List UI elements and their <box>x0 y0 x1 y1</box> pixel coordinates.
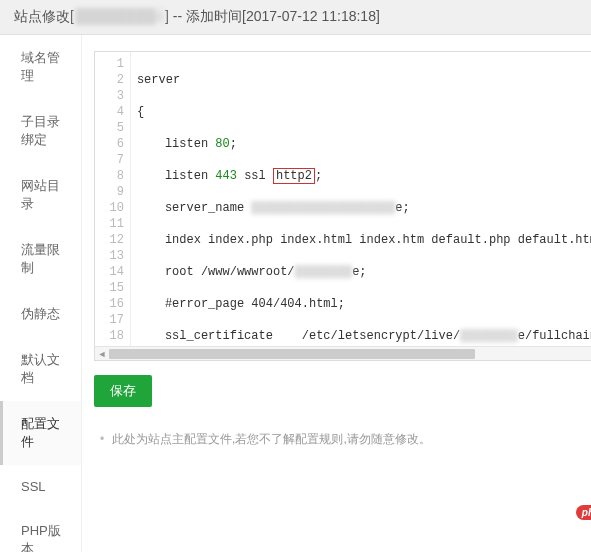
sidebar-item-domain[interactable]: 域名管理 <box>0 35 81 99</box>
sidebar-item-ssl[interactable]: SSL <box>0 465 81 508</box>
sidebar-item-subdir[interactable]: 子目录绑定 <box>0 99 81 163</box>
save-button[interactable]: 保存 <box>94 375 152 407</box>
scroll-track[interactable] <box>109 347 591 360</box>
header-prefix: 站点修改[ <box>14 8 74 24</box>
scroll-thumb[interactable] <box>109 349 475 359</box>
sidebar-item-webdir[interactable]: 网站目录 <box>0 163 81 227</box>
scroll-left-icon[interactable]: ◄ <box>95 347 109 361</box>
sidebar-item-php[interactable]: PHP版本 <box>0 508 81 552</box>
sidebar-item-config[interactable]: 配置文件 <box>0 401 81 465</box>
sidebar-item-default[interactable]: 默认文档 <box>0 337 81 401</box>
horizontal-scrollbar[interactable]: ◄ ► <box>95 346 591 360</box>
header-suffix: ] -- 添加时间[2017-07-12 11:18:18] <box>165 8 380 24</box>
content-panel: 123456789101112131415161718 server { lis… <box>82 35 591 552</box>
sidebar-item-rewrite[interactable]: 伪静态 <box>0 291 81 337</box>
dialog-header: 站点修改[████████e] -- 添加时间[2017-07-12 11:18… <box>0 0 591 35</box>
main-layout: 域名管理 子目录绑定 网站目录 流量限制 伪静态 默认文档 配置文件 SSL P… <box>0 35 591 552</box>
header-sitename: ████████e <box>74 8 165 24</box>
sidebar: 域名管理 子目录绑定 网站目录 流量限制 伪静态 默认文档 配置文件 SSL P… <box>0 35 82 552</box>
code-area[interactable]: server { listen 80; listen 443 ssl http2… <box>131 52 591 346</box>
sidebar-item-traffic[interactable]: 流量限制 <box>0 227 81 291</box>
code-editor[interactable]: 123456789101112131415161718 server { lis… <box>94 51 591 361</box>
line-gutter: 123456789101112131415161718 <box>95 52 131 346</box>
watermark: php 中文网 <box>576 503 591 521</box>
config-warning: 此处为站点主配置文件,若您不了解配置规则,请勿随意修改。 <box>94 431 591 448</box>
http2-highlight: http2 <box>273 168 315 184</box>
watermark-badge: php <box>576 505 591 520</box>
